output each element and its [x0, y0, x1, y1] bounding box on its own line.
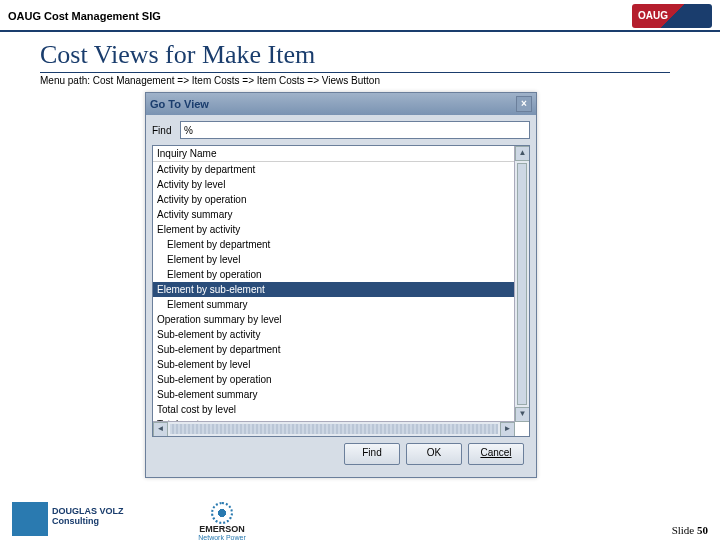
scroll-thumb-vertical[interactable] — [517, 163, 527, 405]
goto-view-dialog: Go To View × Find Inquiry Name Activity … — [145, 92, 537, 478]
list-item[interactable]: Element by operation — [153, 267, 529, 282]
oaug-logo — [632, 4, 712, 28]
scrollbar-horizontal[interactable]: ◄ ► — [153, 421, 515, 436]
list-item[interactable]: Total cost by level — [153, 402, 529, 417]
slide-number: Slide 50 — [672, 524, 708, 536]
footer: EMERSON Network Power Slide 50 — [0, 502, 720, 536]
list-header: Inquiry Name — [153, 146, 529, 162]
list-item[interactable]: Element by activity — [153, 222, 529, 237]
dialog-titlebar: Go To View × — [146, 93, 536, 115]
list-item[interactable]: Activity by operation — [153, 192, 529, 207]
menu-path: Menu path: Cost Management => Item Costs… — [40, 75, 720, 86]
emerson-logo: EMERSON Network Power — [172, 502, 272, 536]
header-bar: OAUG Cost Management SIG — [0, 0, 720, 32]
list-item[interactable]: Sub-element by level — [153, 357, 529, 372]
find-label: Find — [152, 125, 180, 136]
scroll-right-icon[interactable]: ► — [500, 422, 515, 437]
list-item[interactable]: Activity by level — [153, 177, 529, 192]
find-input[interactable] — [180, 121, 530, 139]
inquiry-listbox[interactable]: Inquiry Name Activity by departmentActiv… — [152, 145, 530, 437]
scroll-down-icon[interactable]: ▼ — [515, 407, 530, 422]
scroll-left-icon[interactable]: ◄ — [153, 422, 168, 437]
scroll-up-icon[interactable]: ▲ — [515, 146, 530, 161]
list-item[interactable]: Element by level — [153, 252, 529, 267]
slide-title: Cost Views for Make Item — [40, 40, 670, 73]
list-item[interactable]: Element by department — [153, 237, 529, 252]
list-item[interactable]: Activity summary — [153, 207, 529, 222]
cancel-button[interactable]: Cancel — [468, 443, 524, 465]
list-item[interactable]: Sub-element by department — [153, 342, 529, 357]
list-item[interactable]: Sub-element summary — [153, 387, 529, 402]
list-item[interactable]: Activity by department — [153, 162, 529, 177]
list-item[interactable]: Operation summary by level — [153, 312, 529, 327]
list-item[interactable]: Sub-element by activity — [153, 327, 529, 342]
list-item[interactable]: Element by sub-element — [153, 282, 529, 297]
list-item[interactable]: Sub-element by operation — [153, 372, 529, 387]
scrollbar-vertical[interactable]: ▲ ▼ — [514, 146, 529, 422]
scroll-thumb-horizontal[interactable] — [170, 424, 498, 434]
find-button[interactable]: Find — [344, 443, 400, 465]
ok-button[interactable]: OK — [406, 443, 462, 465]
header-title: OAUG Cost Management SIG — [8, 10, 161, 22]
douglas-volz-logo — [12, 502, 132, 536]
list-item[interactable]: Element summary — [153, 297, 529, 312]
close-icon[interactable]: × — [516, 96, 532, 112]
dialog-title: Go To View — [150, 98, 209, 110]
